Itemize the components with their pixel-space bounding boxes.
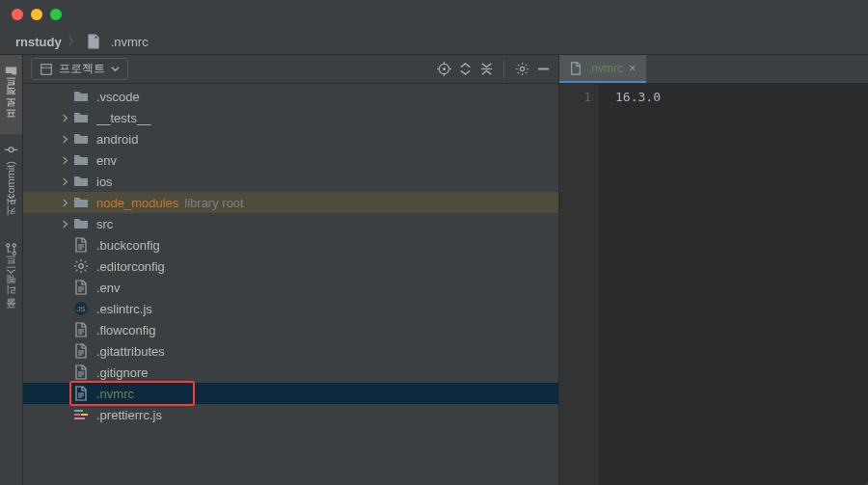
tree-item-label: android <box>96 132 138 147</box>
chevron-right-icon[interactable] <box>58 132 71 146</box>
breadcrumb-separator-icon: 〉 <box>68 33 80 50</box>
editor-body[interactable]: 1 16.3.0 <box>559 84 868 485</box>
file-icon <box>73 322 89 337</box>
pull-request-icon <box>5 243 17 256</box>
svg-rect-6 <box>41 64 52 74</box>
tree-item-env[interactable]: env <box>23 149 558 171</box>
tree-item-label: node_modules <box>96 196 178 210</box>
rail-tab-pull-request[interactable]: 풀 리퀘스트 <box>0 233 22 326</box>
tree-item-label: .flowconfig <box>96 323 155 337</box>
tab-close-icon[interactable]: × <box>629 61 637 75</box>
svg-rect-34 <box>74 410 83 412</box>
line-number: 1 <box>559 90 591 104</box>
select-opened-file-icon[interactable] <box>436 62 451 77</box>
tool-window-rail: 프로젝트 커밋(commit) 풀 리퀘스트 <box>0 55 23 485</box>
tree-item-src[interactable]: src <box>23 213 558 234</box>
divider <box>503 61 504 78</box>
tree-item-prettierrcjs[interactable]: .prettierrc.js <box>23 404 558 425</box>
editor-area: .nvmrc × 1 16.3.0 <box>559 55 868 485</box>
file-icon <box>73 237 89 253</box>
chevron-right-icon[interactable] <box>58 196 71 209</box>
editor-tab-nvmrc[interactable]: .nvmrc × <box>559 55 646 83</box>
file-icon <box>569 62 583 75</box>
sidebar-header: 프로젝트 <box>23 55 558 84</box>
window-close-icon[interactable] <box>12 9 23 20</box>
settings-icon[interactable] <box>514 62 529 77</box>
folder-icon <box>73 195 89 210</box>
svg-point-5 <box>7 244 10 247</box>
window-minimize-icon[interactable] <box>31 9 42 20</box>
tree-item-buckconfig[interactable]: .buckconfig <box>23 234 558 256</box>
tree-item-label: .env <box>96 281 121 295</box>
folder-icon <box>73 216 89 231</box>
tree-item-label: src <box>96 217 113 231</box>
tree-item-label: env <box>96 153 117 168</box>
tree-item-nodemodules[interactable]: node_moduleslibrary root <box>23 192 558 213</box>
chevron-right-icon[interactable] <box>58 217 71 230</box>
tree-item-label: .editorconfig <box>96 259 165 274</box>
gear-icon <box>73 258 89 274</box>
svg-point-11 <box>520 67 524 70</box>
chevron-right-icon[interactable] <box>58 153 71 167</box>
svg-point-16 <box>79 264 84 269</box>
window-maximize-icon[interactable] <box>50 9 62 20</box>
svg-point-0 <box>9 148 14 152</box>
tree-item-label: .gitignore <box>96 365 148 380</box>
tree-item-nvmrc[interactable]: .nvmrc <box>23 383 558 404</box>
tree-item-gitignore[interactable]: .gitignore <box>23 362 558 383</box>
tree-item-label: ios <box>96 175 113 189</box>
folder-icon <box>73 174 89 189</box>
svg-point-3 <box>13 252 15 255</box>
expand-all-icon[interactable] <box>457 62 473 77</box>
prettier-file-icon <box>73 407 89 422</box>
rail-tab-project[interactable]: 프로젝트 <box>0 55 22 134</box>
svg-rect-36 <box>81 414 88 416</box>
tree-item-label: .buckconfig <box>96 238 160 253</box>
tree-item-vscode[interactable]: .vscode <box>23 86 558 107</box>
tree-item-label: .nvmrc <box>96 387 134 401</box>
tree-item-gitattributes[interactable]: .gitattributes <box>23 340 558 362</box>
svg-point-4 <box>13 244 15 247</box>
svg-text:JS: JS <box>76 305 85 313</box>
code-content[interactable]: 16.3.0 <box>600 84 868 485</box>
tree-item-tests[interactable]: __tests__ <box>23 107 558 128</box>
rail-tab-commit[interactable]: 커밋(commit) <box>0 134 22 233</box>
js-file-icon: JS <box>73 301 89 316</box>
svg-rect-37 <box>74 418 85 419</box>
tree-item-editorconfig[interactable]: .editorconfig <box>23 256 558 277</box>
svg-point-9 <box>443 67 446 70</box>
hide-icon[interactable] <box>535 62 551 77</box>
tree-item-ios[interactable]: ios <box>23 171 558 192</box>
tree-item-label: .gitattributes <box>96 344 165 359</box>
tree-item-label: .prettierrc.js <box>96 408 162 422</box>
folder-icon <box>73 131 89 147</box>
window-titlebar <box>0 0 868 29</box>
tree-item-label: .eslintrc.js <box>96 302 152 316</box>
tree-item-label: __tests__ <box>96 111 150 125</box>
file-icon <box>73 343 89 359</box>
folder-icon <box>73 89 89 104</box>
line-gutter: 1 <box>559 84 600 485</box>
project-view-selector[interactable]: 프로젝트 <box>31 58 128 80</box>
file-icon <box>73 364 89 380</box>
commit-icon <box>5 144 17 156</box>
collapse-all-icon[interactable] <box>478 62 494 77</box>
chevron-down-icon <box>111 65 120 73</box>
file-icon <box>73 386 89 401</box>
project-icon <box>40 63 53 76</box>
tree-item-android[interactable]: android <box>23 128 558 149</box>
breadcrumb-file[interactable]: .nvmrc <box>86 34 149 49</box>
folder-icon <box>73 152 89 168</box>
folder-icon <box>73 110 89 125</box>
breadcrumb-root[interactable]: rnstudy <box>15 35 62 49</box>
breadcrumb: rnstudy 〉 .nvmrc <box>0 29 868 54</box>
chevron-right-icon[interactable] <box>58 175 71 188</box>
file-icon <box>73 280 89 295</box>
tree-item-eslintrcjs[interactable]: JS.eslintrc.js <box>23 298 558 319</box>
svg-rect-35 <box>74 414 80 416</box>
tree-item-env[interactable]: .env <box>23 277 558 298</box>
project-tree[interactable]: .vscode__tests__androidenviosnode_module… <box>23 84 558 485</box>
chevron-right-icon[interactable] <box>58 111 71 124</box>
tree-item-label: .vscode <box>96 90 140 104</box>
tree-item-flowconfig[interactable]: .flowconfig <box>23 319 558 340</box>
